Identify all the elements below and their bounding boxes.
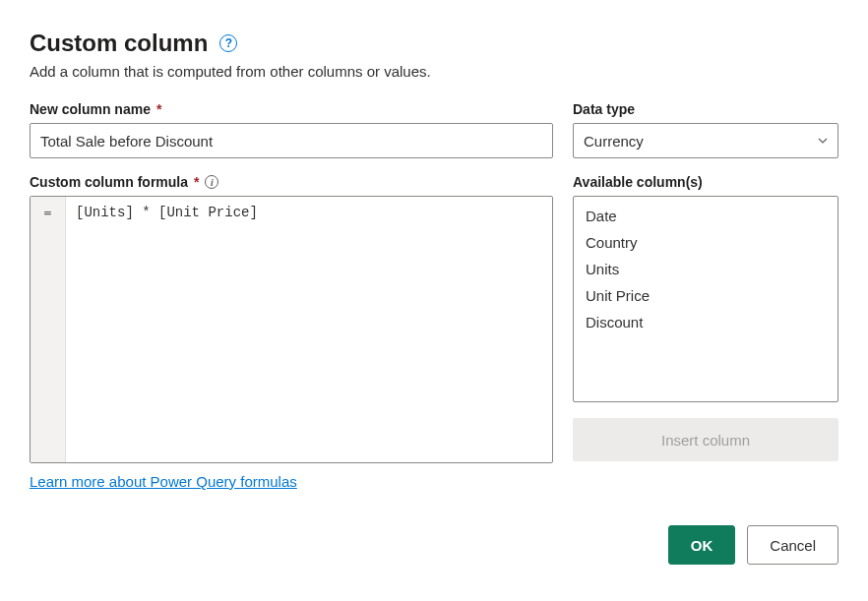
formula-label-text: Custom column formula bbox=[30, 174, 188, 190]
column-name-input[interactable] bbox=[30, 123, 553, 158]
ok-button[interactable]: OK bbox=[668, 525, 736, 565]
formula-label: Custom column formula * i bbox=[30, 174, 553, 190]
dialog-subtitle: Add a column that is computed from other… bbox=[30, 63, 838, 80]
top-fields-row: New column name * Data type Currency bbox=[30, 101, 838, 158]
data-type-label: Data type bbox=[573, 101, 838, 117]
data-type-field-group: Data type Currency bbox=[573, 101, 838, 158]
formula-editor[interactable]: [Units] * [Unit Price] bbox=[66, 197, 552, 462]
column-item[interactable]: Discount bbox=[574, 309, 837, 335]
available-columns-list[interactable]: Date Country Units Unit Price Discount bbox=[573, 196, 838, 402]
learn-more-link[interactable]: Learn more about Power Query formulas bbox=[30, 473, 297, 490]
dialog-title: Custom column bbox=[30, 30, 208, 57]
available-columns-group: Available column(s) Date Country Units U… bbox=[573, 174, 838, 463]
data-type-value: Currency bbox=[573, 123, 838, 158]
dialog-footer: OK Cancel bbox=[30, 525, 838, 565]
available-columns-label: Available column(s) bbox=[573, 174, 838, 190]
required-asterisk: * bbox=[156, 101, 161, 117]
column-name-label: New column name * bbox=[30, 101, 553, 117]
column-item[interactable]: Date bbox=[574, 203, 837, 229]
info-icon[interactable]: i bbox=[205, 175, 218, 189]
data-type-select[interactable]: Currency bbox=[573, 123, 838, 158]
dialog-header: Custom column ? bbox=[30, 30, 838, 57]
help-icon[interactable]: ? bbox=[219, 34, 237, 52]
column-name-label-text: New column name bbox=[30, 101, 151, 117]
column-item[interactable]: Unit Price bbox=[574, 282, 837, 309]
insert-column-button[interactable]: Insert column bbox=[573, 418, 838, 461]
link-row: Learn more about Power Query formulas bbox=[30, 473, 838, 490]
column-item[interactable]: Units bbox=[574, 256, 837, 282]
column-name-field-group: New column name * bbox=[30, 101, 553, 158]
formula-gutter: = bbox=[31, 197, 66, 462]
formula-field-group: Custom column formula * i = [Units] * [U… bbox=[30, 174, 553, 463]
middle-row: Custom column formula * i = [Units] * [U… bbox=[30, 174, 838, 463]
required-asterisk: * bbox=[194, 174, 199, 190]
column-item[interactable]: Country bbox=[574, 229, 837, 256]
cancel-button[interactable]: Cancel bbox=[747, 525, 838, 565]
formula-box: = [Units] * [Unit Price] bbox=[30, 196, 553, 463]
